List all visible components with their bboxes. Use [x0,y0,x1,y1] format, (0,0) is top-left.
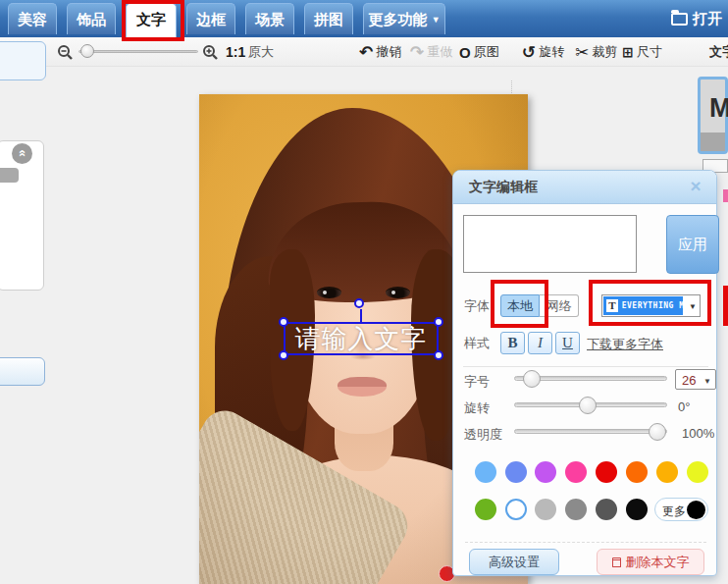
tab-beauty[interactable]: 美容 [8,3,57,34]
dashed-divider [465,542,706,543]
color-swatch-selected[interactable] [505,499,527,520]
resize-button[interactable]: ⊞ 尺寸 [622,37,662,67]
tab-accessories[interactable]: 饰品 [67,3,116,34]
original-image-icon: O [459,44,471,61]
canvas-zoom-slider[interactable] [78,50,198,53]
divider [463,366,708,367]
trash-icon [612,557,621,567]
rotate-icon: ↺ [522,42,536,63]
rotation-label: 旋转 [464,399,490,417]
color-swatch[interactable] [535,499,556,520]
font-family-name: EVERYTHING M [622,301,683,310]
tab-scene[interactable]: 场景 [245,3,294,34]
text-overlay-placeholder: 请输入文字 [295,324,428,353]
actual-size-button[interactable]: 1:1 [226,37,245,67]
more-colors-label: 更多 [662,504,686,520]
dialog-header[interactable]: 文字编辑框 × [453,171,716,204]
folder-icon [671,13,688,26]
font-preview-card[interactable]: M [698,77,728,154]
tab-border[interactable]: 边框 [186,3,235,34]
open-label: 打开 [693,10,722,28]
more-colors-button[interactable]: 更多 [654,498,708,521]
zoom-in-icon [202,44,219,61]
font-size-dropdown[interactable]: 26 ▼ [675,369,716,390]
text-overlay-box[interactable]: 请输入文字 [284,322,439,355]
left-panel-fragment-bottom[interactable] [0,357,45,386]
font-family-dropdown[interactable]: T EVERYTHING M ▼ [601,294,701,317]
actual-size-label[interactable]: 原大 [248,37,274,67]
edge-fragment-red [723,286,728,326]
close-icon[interactable]: × [685,176,706,197]
tab-collage[interactable]: 拼图 [304,3,353,34]
color-swatch[interactable] [626,499,648,520]
font-type-icon: T [606,299,618,312]
app-window: 美容 饰品 文字 边框 场景 拼图 更多功能 ▼ 打开 1:1 原大 ↶ 撤销 … [0,0,728,584]
tab-text[interactable]: 文字 [126,3,177,37]
collapse-panel-button[interactable]: « [12,143,32,164]
color-swatch[interactable] [535,461,556,483]
delete-text-button[interactable]: 删除本文字 [597,549,704,575]
color-swatch[interactable] [565,461,587,483]
rotate-button[interactable]: ↺ 旋转 [522,37,564,67]
resize-handle-top-right[interactable] [434,317,443,327]
apply-button[interactable]: 应用 [666,215,719,274]
left-panel-list-item[interactable] [0,168,19,183]
opacity-value: 100% [682,426,714,441]
color-swatch[interactable] [656,461,678,483]
dialog-title: 文字编辑框 [469,179,538,196]
color-swatch[interactable] [505,461,527,483]
font-family-selected: T EVERYTHING M [603,296,683,315]
open-file-button[interactable]: 打开 [671,8,722,29]
resize-handle-bottom-left[interactable] [279,350,288,360]
edge-fragment-pink [723,189,728,202]
tab-more-features[interactable]: 更多功能 ▼ [363,3,445,34]
color-swatch[interactable] [475,461,496,483]
advanced-settings-button[interactable]: 高级设置 [469,549,559,575]
toolbar-right-text: 文字 [709,37,728,67]
opacity-label: 透明度 [464,426,502,444]
color-swatch[interactable] [475,499,496,520]
font-size-value: 26 [682,373,696,388]
color-swatch[interactable] [596,461,617,483]
redo-button[interactable]: ↷ 重做 [410,37,452,67]
text-edit-dialog: 文字编辑框 × 应用 字体 本地 网络 T EVERYTHING M ▼ 样式 … [452,170,717,576]
rotation-handle[interactable] [354,298,364,308]
chevron-down-icon: ▼ [432,15,441,25]
rotation-slider-thumb[interactable] [579,397,597,414]
underline-button[interactable]: U [555,332,580,354]
crop-icon: ✂ [575,42,589,63]
collapse-icon: « [12,149,31,156]
color-swatch[interactable] [626,461,648,483]
canvas-zoom-slider-thumb[interactable] [80,44,94,58]
opacity-slider[interactable] [514,429,667,434]
zoom-in-button[interactable] [202,37,219,67]
original-image-button[interactable]: O 原图 [459,37,499,67]
undo-button[interactable]: ↶ 撤销 [359,37,401,67]
undo-icon: ↶ [359,42,373,63]
rotation-handle-stem [360,309,362,323]
text-input-area[interactable] [463,215,637,273]
color-swatch[interactable] [596,499,617,520]
opacity-slider-thumb[interactable] [649,423,666,441]
font-label: 字体 [464,297,490,315]
dropdown-arrow-icon: ▼ [689,302,697,311]
font-source-network-tab[interactable]: 网络 [540,294,579,317]
left-panel-fragment-top[interactable] [0,41,46,80]
resize-handle-top-left[interactable] [279,317,288,327]
resize-icon: ⊞ [622,44,634,60]
dropdown-arrow-icon: ▼ [703,377,711,386]
bold-button[interactable]: B [500,332,525,354]
resize-handle-bottom-right[interactable] [434,350,443,360]
download-more-fonts-link[interactable]: 下载更多字体 [587,336,663,353]
crop-button[interactable]: ✂ 裁剪 [575,37,617,67]
color-swatch[interactable] [565,499,587,520]
zoom-out-button[interactable] [57,37,74,67]
font-source-local-tab[interactable]: 本地 [500,294,540,317]
font-preview-caption-bar [701,133,725,151]
tab-more-label: 更多功能 [368,11,427,27]
rotation-value: 0° [678,399,690,414]
italic-button[interactable]: I [528,332,552,354]
color-swatch[interactable] [687,461,708,483]
font-size-slider-thumb[interactable] [523,370,541,388]
top-nav-bar: 美容 饰品 文字 边框 场景 拼图 更多功能 ▼ 打开 [0,0,728,37]
